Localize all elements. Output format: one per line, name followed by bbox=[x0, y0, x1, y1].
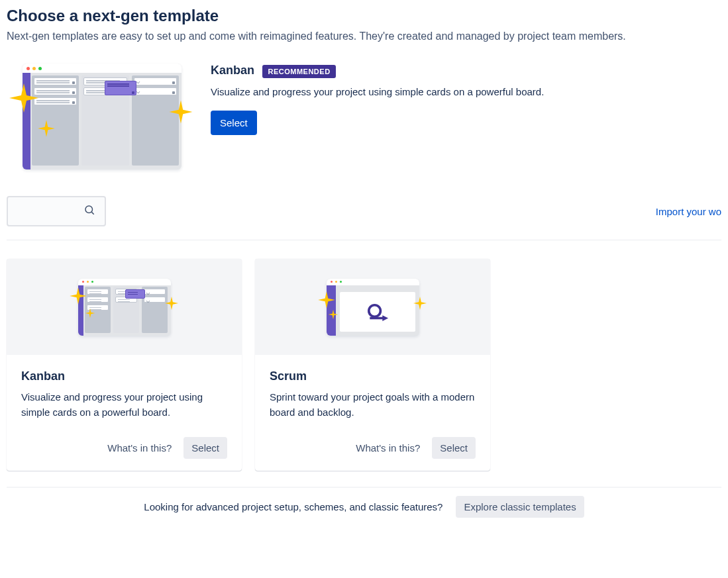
card-description: Sprint toward your project goals with a … bbox=[270, 390, 476, 420]
kanban-card-illustration bbox=[7, 259, 242, 355]
card-description: Visualize and progress your project usin… bbox=[21, 390, 227, 420]
sparkle-icon bbox=[37, 119, 56, 138]
import-link[interactable]: Import your wo bbox=[656, 206, 721, 217]
hero-template-name: Kanban bbox=[211, 64, 254, 77]
page-title: Choose a next-gen template bbox=[7, 7, 721, 25]
template-card-scrum: Scrum Sprint toward your project goals w… bbox=[255, 259, 490, 471]
kanban-hero-illustration bbox=[23, 64, 182, 169]
svg-point-0 bbox=[85, 206, 93, 213]
sprint-loop-icon bbox=[363, 301, 392, 322]
sparkle-icon bbox=[8, 82, 40, 114]
svg-line-1 bbox=[91, 212, 93, 214]
svg-point-2 bbox=[368, 305, 380, 316]
footer-divider bbox=[7, 487, 721, 488]
card-title: Scrum bbox=[270, 369, 476, 383]
sparkle-icon bbox=[168, 99, 193, 124]
hero-description: Visualize and progress your project usin… bbox=[211, 86, 544, 97]
scrum-card-illustration bbox=[255, 259, 490, 355]
recommended-badge: RECOMMENDED bbox=[262, 65, 335, 78]
section-divider bbox=[7, 240, 721, 240]
card-title: Kanban bbox=[21, 369, 227, 383]
select-button[interactable]: Select bbox=[432, 437, 476, 459]
template-card-row: Kanban Visualize and progress your proje… bbox=[7, 259, 721, 471]
whats-in-this-button[interactable]: What's in this? bbox=[107, 442, 172, 454]
search-icon bbox=[83, 204, 95, 218]
footer-prompt: Looking for advanced project setup, sche… bbox=[144, 501, 442, 512]
whats-in-this-button[interactable]: What's in this? bbox=[356, 442, 420, 454]
explore-classic-button[interactable]: Explore classic templates bbox=[456, 496, 584, 518]
select-button[interactable]: Select bbox=[183, 437, 227, 459]
page-subtitle: Next-gen templates are easy to set up an… bbox=[7, 30, 721, 42]
search-input-wrapper[interactable] bbox=[7, 196, 106, 226]
footer-bar: Looking for advanced project setup, sche… bbox=[7, 496, 721, 518]
search-input[interactable] bbox=[8, 206, 83, 217]
hero-section: Kanban RECOMMENDED Visualize and progres… bbox=[7, 64, 721, 169]
template-card-kanban: Kanban Visualize and progress your proje… bbox=[7, 259, 242, 471]
select-button-hero[interactable]: Select bbox=[211, 111, 257, 135]
